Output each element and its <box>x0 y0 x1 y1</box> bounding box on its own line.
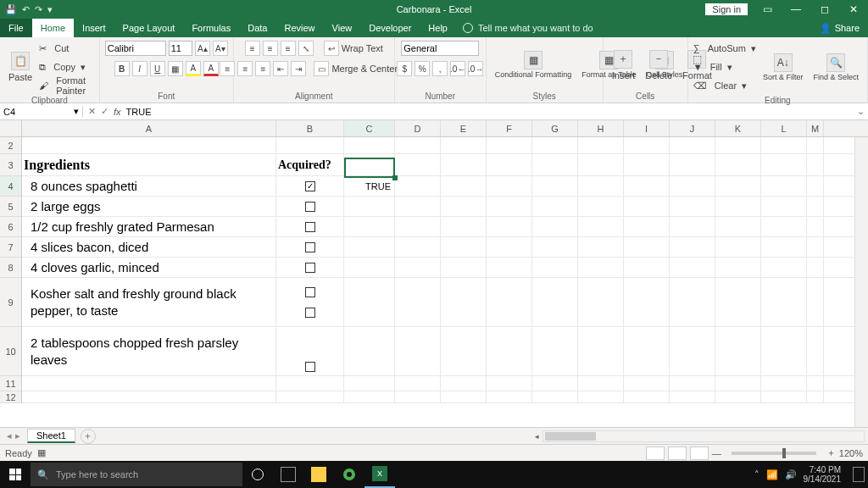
row-headers[interactable]: 23456789101112 <box>0 137 22 403</box>
cell-E3[interactable] <box>441 154 487 175</box>
cell-J7[interactable] <box>670 237 715 257</box>
cell-B4[interactable] <box>276 176 344 196</box>
cell-H10[interactable] <box>578 327 624 375</box>
page-layout-view-button[interactable] <box>668 446 687 460</box>
zoom-level[interactable]: 120% <box>839 448 863 458</box>
tab-home[interactable]: Home <box>32 19 74 37</box>
cell-I5[interactable] <box>624 197 670 216</box>
cancel-formula-icon[interactable]: ✕ <box>88 106 96 117</box>
cell-E4[interactable] <box>441 176 487 196</box>
percent-format-icon[interactable]: % <box>415 61 430 76</box>
col-header-L[interactable]: L <box>761 120 807 136</box>
cell-K5[interactable] <box>715 197 761 216</box>
cell-L7[interactable] <box>761 237 807 257</box>
hscroll-left-icon[interactable]: ◂ <box>531 431 542 441</box>
cell-E9[interactable] <box>441 278 487 326</box>
fx-icon[interactable]: fx <box>114 107 121 117</box>
tab-review[interactable]: Review <box>275 19 323 37</box>
cell-B10[interactable] <box>276 327 344 375</box>
zoom-slider[interactable] <box>732 452 816 455</box>
cell-D3[interactable] <box>395 154 441 175</box>
cell-J12[interactable] <box>670 391 715 402</box>
cell-B12[interactable] <box>276 391 344 402</box>
autosum-button[interactable]: ∑ AutoSum ▾ <box>693 40 756 57</box>
cell-K3[interactable] <box>715 154 761 175</box>
cell-A12[interactable] <box>22 391 276 402</box>
cell-L5[interactable] <box>761 197 807 216</box>
cell-G3[interactable] <box>532 154 578 175</box>
cell-F8[interactable] <box>487 258 532 277</box>
cell-K10[interactable] <box>715 327 761 375</box>
col-header-H[interactable]: H <box>578 120 624 136</box>
cell-E6[interactable] <box>441 217 487 236</box>
redo-icon[interactable]: ↷ <box>35 4 42 15</box>
cell-G6[interactable] <box>532 217 578 236</box>
cell-A8[interactable]: 4 cloves garlic, minced <box>22 258 276 277</box>
cell-A7[interactable]: 4 slices bacon, diced <box>22 237 276 257</box>
cell-H12[interactable] <box>578 391 624 402</box>
chevron-down-icon[interactable]: ▾ <box>74 106 79 117</box>
checkbox-acquired-7[interactable] <box>305 242 315 252</box>
cell-M9[interactable] <box>807 278 824 326</box>
cell-M3[interactable] <box>807 154 824 175</box>
decrease-indent-icon[interactable]: ⇤ <box>273 61 288 76</box>
checkbox-acquired-4[interactable] <box>305 181 315 191</box>
cell-B2[interactable] <box>276 137 344 153</box>
wrap-text-button[interactable]: Wrap Text <box>342 43 383 53</box>
tab-file[interactable]: File <box>0 19 32 37</box>
tray-overflow-icon[interactable]: ˄ <box>754 469 760 480</box>
cell-F5[interactable] <box>487 197 532 216</box>
cell-L10[interactable] <box>761 327 807 375</box>
cell-L2[interactable] <box>761 137 807 153</box>
cell-J5[interactable] <box>670 197 715 216</box>
zoom-in-button[interactable]: ＋ <box>826 446 836 459</box>
cell-M10[interactable] <box>807 327 824 375</box>
chrome-icon[interactable] <box>334 461 364 488</box>
tab-page-layout[interactable]: Page Layout <box>114 19 184 37</box>
bold-button[interactable]: B <box>114 61 130 76</box>
cell-A2[interactable] <box>22 137 276 153</box>
hscroll-thumb[interactable] <box>545 432 596 441</box>
cell-G2[interactable] <box>532 137 578 153</box>
align-center-icon[interactable]: ≡ <box>237 61 253 76</box>
clear-button[interactable]: ⌫ Clear ▾ <box>693 77 756 94</box>
sheet-nav-next-icon[interactable]: ▸ <box>15 430 20 441</box>
row-header-7[interactable]: 7 <box>0 237 21 258</box>
row-header-4[interactable]: 4 <box>0 176 21 197</box>
minimize-icon[interactable]: — <box>782 0 810 19</box>
font-name-input[interactable] <box>105 41 166 56</box>
cell-H4[interactable] <box>578 176 624 196</box>
cell-C7[interactable] <box>344 237 395 257</box>
sort-filter-button[interactable]: A↓Sort & Filter <box>760 52 807 83</box>
cell-K2[interactable] <box>715 137 761 153</box>
cell-A5[interactable]: 2 large eggs <box>22 197 276 216</box>
decrease-font-icon[interactable]: A▾ <box>213 41 228 56</box>
cell-B6[interactable] <box>276 217 344 236</box>
checkbox-acquired-5[interactable] <box>305 202 315 212</box>
copy-button[interactable]: ⧉ Copy ▾ <box>39 58 94 75</box>
fill-color-button[interactable]: A <box>186 61 201 76</box>
cell-M2[interactable] <box>807 137 824 153</box>
cell-K4[interactable] <box>715 176 761 196</box>
macro-record-icon[interactable]: ▦ <box>37 447 46 458</box>
col-header-E[interactable]: E <box>441 120 487 136</box>
font-size-input[interactable] <box>169 41 192 56</box>
cell-D12[interactable] <box>395 391 441 402</box>
cell-M12[interactable] <box>807 391 824 402</box>
cell-C11[interactable] <box>344 376 395 391</box>
cell-C5[interactable] <box>344 197 395 216</box>
excel-taskbar-icon[interactable]: X <box>364 461 395 488</box>
cell-D8[interactable] <box>395 258 441 277</box>
cell-C4[interactable]: TRUE <box>344 176 395 196</box>
cell-J8[interactable] <box>670 258 715 277</box>
cell-F6[interactable] <box>487 217 532 236</box>
cell-D4[interactable] <box>395 176 441 196</box>
cell-L4[interactable] <box>761 176 807 196</box>
accounting-format-icon[interactable]: $ <box>397 61 412 76</box>
cell-D2[interactable] <box>395 137 441 153</box>
cell-J6[interactable] <box>670 217 715 236</box>
col-header-I[interactable]: I <box>624 120 670 136</box>
cell-H11[interactable] <box>578 376 624 391</box>
cell-H6[interactable] <box>578 217 624 236</box>
task-view-icon[interactable] <box>273 461 303 488</box>
